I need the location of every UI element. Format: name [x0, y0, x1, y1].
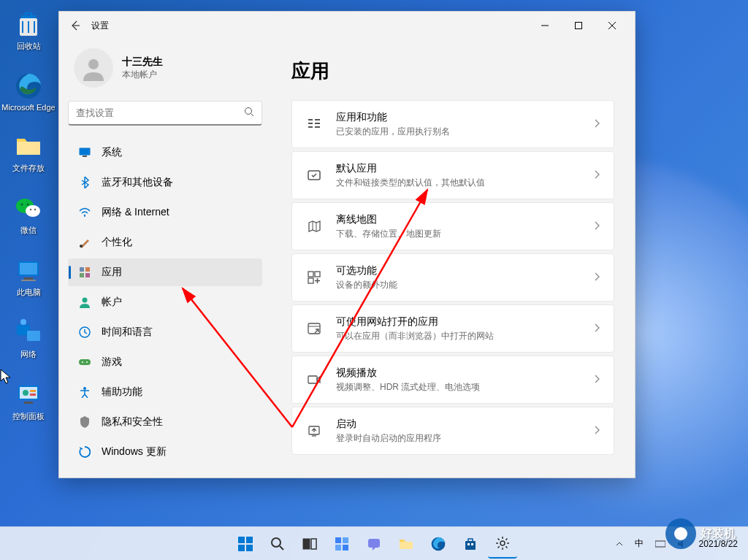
chevron-right-icon — [595, 271, 600, 284]
svg-point-29 — [245, 107, 252, 114]
accessibility-icon — [78, 386, 91, 399]
svg-point-19 — [23, 390, 28, 396]
back-button[interactable] — [65, 15, 85, 36]
svg-rect-21 — [30, 394, 36, 396]
nav-item-accessibility[interactable]: 辅助功能 — [68, 378, 262, 406]
nav-item-personalize[interactable]: 个性化 — [68, 229, 262, 256]
svg-rect-49 — [315, 123, 320, 124]
svg-rect-48 — [315, 119, 320, 120]
svg-point-7 — [27, 204, 29, 206]
svg-rect-38 — [85, 273, 90, 277]
nav-item-label: 应用 — [102, 266, 122, 279]
svg-rect-75 — [368, 539, 380, 548]
titlebar: 设置 — [59, 12, 635, 39]
card-optional[interactable]: 可选功能设备的额外功能 — [291, 253, 614, 302]
card-websites[interactable]: 可使用网站打开的应用可以在应用（而非浏览器）中打开的网站 — [291, 304, 614, 353]
network-icon — [13, 317, 44, 348]
svg-rect-63 — [238, 537, 245, 543]
user-name: 十三先生 — [122, 55, 163, 69]
card-video[interactable]: 视频播放视频调整、HDR 流式处理、电池选项 — [291, 356, 614, 404]
start-button[interactable] — [231, 529, 260, 559]
nav-item-privacy[interactable]: 隐私和安全性 — [68, 408, 262, 436]
desktop-icon-edge[interactable]: Microsoft Edge — [3, 68, 54, 115]
svg-rect-50 — [315, 126, 320, 128]
settings-taskbar-button[interactable] — [488, 529, 517, 559]
nav-item-label: 网络 & Internet — [102, 206, 169, 219]
svg-rect-58 — [308, 376, 317, 383]
search-input[interactable] — [76, 107, 244, 118]
widgets-button[interactable] — [327, 529, 356, 559]
apps-icon — [78, 266, 91, 279]
svg-rect-82 — [655, 541, 665, 547]
task-view-button[interactable] — [295, 529, 324, 559]
svg-rect-52 — [308, 272, 313, 277]
websites-icon — [305, 320, 323, 337]
explorer-button[interactable] — [392, 529, 421, 559]
nav-item-time[interactable]: 时间和语言 — [68, 318, 262, 346]
tray-chevron-icon[interactable] — [611, 537, 627, 551]
nav-item-system[interactable]: 系统 — [68, 139, 262, 166]
svg-point-39 — [83, 298, 88, 303]
sidebar: 十三先生 本地帐户 系统蓝牙和其他设备网络 & Internet个性化应用帐户时… — [59, 39, 271, 477]
desktop-icon-recycle[interactable]: 回收站 — [3, 6, 54, 55]
edge-taskbar-button[interactable] — [424, 529, 453, 559]
card-default-apps[interactable]: 默认应用文件和链接类型的默认值，其他默认值 — [291, 151, 614, 199]
network-tray-icon[interactable] — [651, 537, 670, 551]
card-title: 启动 — [336, 418, 595, 431]
card-title: 应用和功能 — [336, 111, 595, 124]
chat-button[interactable] — [359, 529, 389, 559]
folder-icon — [13, 131, 44, 161]
privacy-icon — [78, 415, 91, 429]
svg-rect-53 — [315, 272, 320, 277]
svg-point-6 — [21, 204, 23, 206]
card-maps[interactable]: 离线地图下载、存储位置、地图更新 — [291, 202, 614, 250]
desktop-icon-label: 此电脑 — [17, 287, 41, 298]
apps-features-icon — [305, 115, 323, 133]
nav-item-bluetooth[interactable]: 蓝牙和其他设备 — [68, 169, 262, 196]
card-startup[interactable]: 启动登录时自动启动的应用程序 — [291, 407, 614, 455]
nav-item-label: 帐户 — [102, 296, 122, 309]
card-subtitle: 设备的额外功能 — [336, 279, 595, 291]
svg-rect-47 — [308, 126, 313, 128]
content-area: 应用 应用和功能已安装的应用，应用执行别名默认应用文件和链接类型的默认值，其他默… — [271, 39, 635, 477]
nav-item-gaming[interactable]: 游戏 — [68, 348, 262, 376]
svg-line-68 — [280, 546, 283, 550]
card-subtitle: 文件和链接类型的默认值，其他默认值 — [336, 177, 595, 189]
recycle-bin-icon — [13, 9, 44, 39]
nav-item-apps[interactable]: 应用 — [68, 258, 262, 286]
svg-rect-66 — [246, 545, 253, 551]
svg-point-5 — [26, 205, 40, 217]
svg-point-28 — [88, 59, 99, 69]
search-box[interactable] — [68, 101, 262, 126]
svg-point-33 — [84, 215, 85, 217]
card-apps-features[interactable]: 应用和功能已安装的应用，应用执行别名 — [291, 100, 614, 148]
minimize-button[interactable] — [528, 15, 562, 37]
card-subtitle: 已安装的应用，应用执行别名 — [336, 126, 595, 138]
store-button[interactable] — [456, 529, 485, 559]
user-block[interactable]: 十三先生 本地帐户 — [68, 39, 262, 101]
svg-rect-20 — [30, 390, 36, 392]
ime-indicator[interactable]: 中 — [630, 534, 648, 553]
volume-tray-icon[interactable] — [673, 537, 692, 551]
nav-item-label: Windows 更新 — [102, 445, 167, 459]
desktop-icon-folder[interactable]: 文件存放 — [3, 128, 54, 177]
svg-rect-80 — [471, 543, 473, 545]
svg-rect-25 — [576, 23, 582, 29]
desktop-icon-label: 回收站 — [17, 41, 41, 52]
maximize-button[interactable] — [562, 15, 595, 37]
nav-item-account[interactable]: 帐户 — [68, 288, 262, 316]
nav-item-update[interactable]: Windows 更新 — [68, 438, 262, 466]
time-icon — [78, 326, 91, 339]
clock-tray[interactable]: 2021/8/22 — [695, 536, 742, 552]
desktop-icon-wechat[interactable]: 微信 — [3, 190, 54, 239]
card-title: 可使用网站打开的应用 — [336, 315, 595, 329]
desktop-icon-thispc[interactable]: 此电脑 — [3, 252, 54, 301]
svg-point-8 — [30, 209, 31, 210]
nav-item-wifi[interactable]: 网络 & Internet — [68, 199, 262, 226]
close-button[interactable] — [595, 15, 629, 37]
svg-rect-36 — [85, 267, 90, 272]
taskbar-search-button[interactable] — [263, 529, 292, 559]
desktop-icon-controlpanel[interactable]: 控制面板 — [3, 376, 54, 425]
desktop-icon-network[interactable]: 网络 — [3, 314, 54, 363]
desktop-icon-label: 微信 — [20, 225, 37, 236]
